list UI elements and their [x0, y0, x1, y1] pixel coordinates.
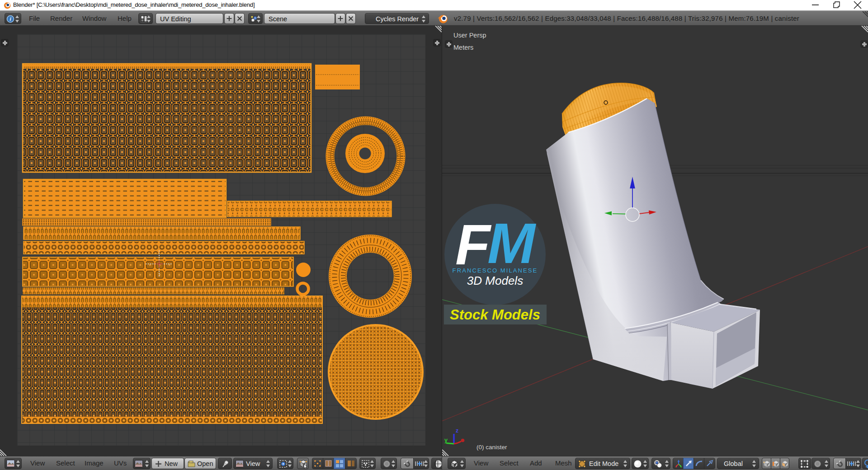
- svg-text:3D Models: 3D Models: [467, 274, 523, 287]
- svg-text:Stock Models: Stock Models: [450, 307, 540, 323]
- svg-text:z: z: [456, 428, 458, 434]
- svg-text:M: M: [487, 211, 537, 275]
- svg-text:FRANCESCO MILANESE: FRANCESCO MILANESE: [453, 267, 538, 274]
- svg-text:y: y: [444, 437, 448, 443]
